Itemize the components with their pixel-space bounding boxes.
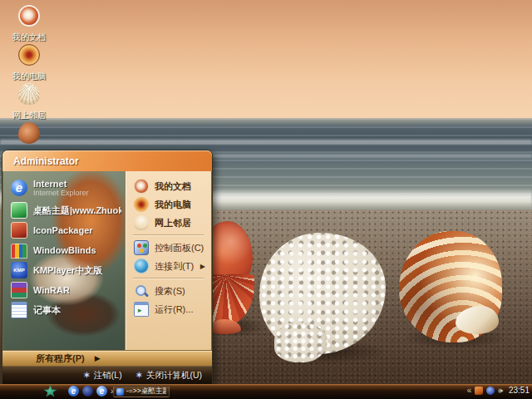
murex-shell-curl-image [208, 319, 241, 334]
starfish-logoff-icon: ✶ [83, 370, 91, 381]
start-button-starfish-icon[interactable] [43, 385, 57, 398]
windowblinds-pens-icon [11, 244, 27, 259]
log-off-button[interactable]: ✶ 注销(L) [83, 370, 122, 382]
menu-item-run[interactable]: 运行(R)... [126, 300, 211, 318]
desktop-icon-my-documents[interactable]: 我的文档 [5, 5, 53, 43]
menu-item-label: 控制面板(C) [155, 242, 204, 254]
network-places-shell-icon [134, 215, 149, 230]
wallpaper-sky [0, 0, 532, 118]
menu-item-label: KMPlayer中文版 [33, 264, 102, 277]
taskbar: e e » -=>>桌酷主题 - Mi... « 🕪 23:51 [0, 384, 532, 399]
quick-launch-bar: e e » [68, 386, 116, 397]
wave-foam [0, 138, 532, 145]
menu-item-network-places[interactable]: 网上邻居 [126, 214, 211, 232]
log-off-label: 注销(L) [94, 370, 122, 382]
quick-launch-msn-icon[interactable] [82, 386, 93, 397]
quick-launch-browser-icon[interactable]: e [96, 386, 107, 397]
start-menu-pinned-programs: e Internet Internet Explorer 桌酷主题|www.Zh… [3, 171, 126, 350]
my-documents-shell-icon [134, 179, 149, 194]
menu-item-windowblinds[interactable]: WindowBlinds [3, 240, 125, 260]
all-programs-arrow-icon: ▶ [95, 354, 101, 362]
search-magnifier-icon [134, 283, 149, 298]
internet-explorer-page-icon [116, 388, 124, 396]
menu-item-search[interactable]: 搜索(S) [126, 282, 211, 300]
menu-item-label: 网上邻居 [155, 217, 191, 229]
iconpackager-icon [11, 222, 27, 239]
desktop-icon-network-places[interactable]: 网上邻居 [5, 83, 53, 121]
menu-item-label: 运行(R)... [155, 303, 193, 316]
tray-collapse-chevron-icon[interactable]: « [467, 386, 472, 395]
starfish-shutdown-icon: ✶ [135, 370, 143, 381]
desktop-icon-label: 网上邻居 [12, 111, 46, 120]
zhuoku-theme-icon [11, 202, 27, 219]
tray-theme-icon[interactable] [475, 387, 483, 395]
network-places-shell-icon [18, 83, 40, 105]
menu-item-connect-to[interactable]: 连接到(T) ▶ [126, 257, 211, 275]
start-menu-places: 我的文档 我的电脑 网上邻居 控制面板(C) 连接到(T) [126, 171, 211, 350]
menu-item-label: 我的文档 [155, 180, 191, 193]
menu-item-label: IconPackager [33, 225, 93, 235]
start-menu: Administrator e Internet Internet Explor… [2, 150, 213, 384]
menu-item-label: WindowBlinds [33, 245, 96, 255]
desktop-icon-my-computer[interactable]: 我的电脑 [5, 44, 53, 82]
connect-to-globe-icon [134, 259, 149, 273]
menu-item-label: WinRAR [33, 285, 70, 295]
menu-item-control-panel[interactable]: 控制面板(C) [126, 239, 211, 257]
submenu-arrow-icon: ▶ [200, 263, 205, 270]
menu-separator [133, 278, 204, 279]
menu-item-label: 连接到(T) [155, 260, 194, 273]
menu-item-sublabel: Internet Explorer [33, 189, 89, 197]
tray-volume-icon[interactable]: 🕪 [498, 387, 503, 395]
menu-item-kmplayer[interactable]: KMP KMPlayer中文版 [3, 260, 125, 280]
all-programs-button[interactable]: 所有程序(P) ▶ [2, 350, 212, 366]
menu-item-winrar[interactable]: WinRAR [3, 280, 125, 300]
recycle-bin-shell-icon [18, 122, 40, 144]
menu-item-internet[interactable]: e Internet Internet Explorer [3, 175, 125, 200]
kmplayer-icon: KMP [11, 262, 27, 278]
tray-clock[interactable]: 23:51 [509, 386, 530, 395]
all-programs-label: 所有程序(P) [36, 352, 85, 365]
my-computer-shell-icon [134, 197, 149, 212]
menu-separator [133, 234, 204, 236]
taskbar-task-button[interactable]: -=>>桌酷主题 - Mi... [113, 386, 170, 397]
menu-item-label: Internet [33, 179, 89, 189]
task-button-label: -=>>桌酷主题 - Mi... [126, 387, 166, 397]
my-computer-shell-icon [18, 44, 40, 66]
menu-item-my-computer[interactable]: 我的电脑 [126, 195, 211, 214]
notepad-icon [11, 302, 27, 318]
desktop-icon-label: 我的电脑 [12, 71, 46, 81]
menu-item-label: 桌酷主题|www.Zhuoku.Com [33, 204, 121, 217]
menu-item-my-documents[interactable]: 我的文档 [126, 177, 211, 195]
start-menu-body: e Internet Internet Explorer 桌酷主题|www.Zh… [3, 171, 211, 350]
menu-item-zhuoku-theme[interactable]: 桌酷主题|www.Zhuoku.Com [3, 200, 125, 220]
menu-item-label: 搜索(S) [155, 285, 185, 298]
menu-item-label: 记事本 [33, 304, 61, 317]
run-icon [134, 302, 149, 317]
menu-item-label: 我的电脑 [155, 199, 191, 211]
user-name: Administrator [13, 155, 79, 167]
desktop-screen: 我的文档 我的电脑 网上邻居 回收站 Administrator e Inter… [0, 0, 532, 399]
control-panel-icon [134, 240, 149, 255]
internet-explorer-icon: e [11, 180, 27, 196]
my-documents-shell-icon [18, 5, 40, 27]
start-menu-footer: ✶ 注销(L) ✶ 关闭计算机(U) [2, 366, 212, 384]
menu-item-iconpackager[interactable]: IconPackager [3, 220, 125, 240]
quick-launch-internet-explorer-icon[interactable]: e [68, 386, 79, 397]
menu-item-notepad[interactable]: 记事本 [3, 300, 125, 320]
winrar-books-icon [11, 282, 27, 298]
white-coral-lobe-image [274, 323, 328, 362]
desktop-icon-label: 我的文档 [12, 32, 46, 42]
shut-down-button[interactable]: ✶ 关闭计算机(U) [135, 370, 202, 382]
tray-network-icon[interactable] [486, 387, 495, 395]
shut-down-label: 关闭计算机(U) [146, 370, 202, 382]
system-tray: « 🕪 23:51 [467, 386, 530, 395]
start-menu-user-banner: Administrator [2, 150, 212, 171]
